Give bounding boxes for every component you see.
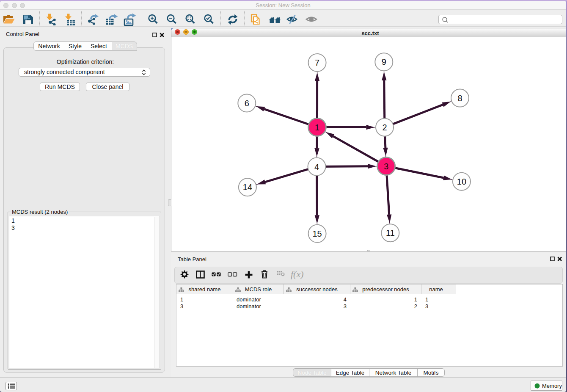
svg-text:10: 10 — [457, 177, 466, 186]
svg-text:11: 11 — [386, 228, 395, 237]
svg-text:9: 9 — [382, 57, 386, 66]
svg-text:7: 7 — [315, 58, 319, 67]
svg-text:8: 8 — [457, 94, 462, 103]
svg-text:14: 14 — [243, 182, 252, 192]
svg-text:4: 4 — [314, 162, 319, 171]
svg-text:6: 6 — [245, 99, 249, 108]
svg-text:1: 1 — [315, 123, 319, 132]
svg-text:2: 2 — [382, 123, 387, 132]
svg-text:3: 3 — [384, 162, 388, 171]
svg-text:15: 15 — [312, 229, 322, 238]
